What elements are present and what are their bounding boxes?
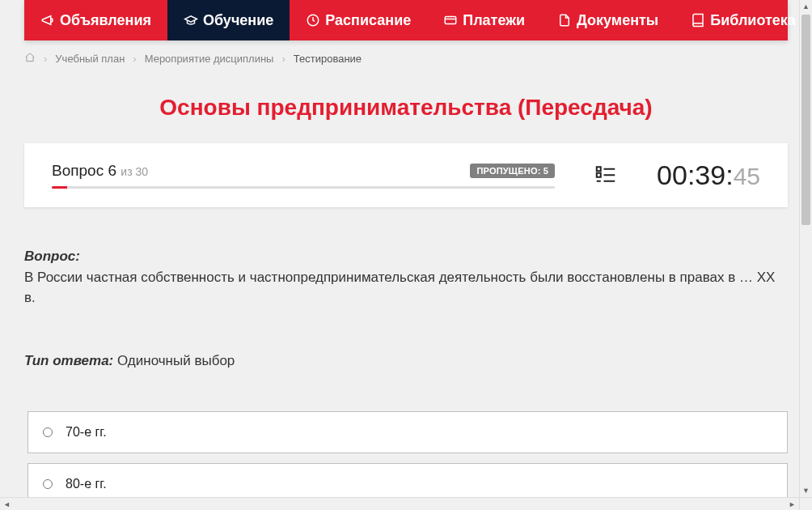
nav-label: Документы [577,12,658,29]
scroll-up-arrow[interactable]: ▲ [800,0,812,13]
scrollbar-corner [799,497,812,510]
progress-bar [52,186,555,189]
answer-type: Тип ответа: Одиночный выбор [24,351,788,372]
horizontal-scrollbar[interactable]: ◄ ► [0,497,799,510]
nav-library[interactable]: Библиотека [675,0,812,40]
breadcrumb-current: Тестирование [294,53,362,65]
breadcrumb-link-plan[interactable]: Учебный план [55,53,125,65]
nav-label: Платежи [463,12,525,29]
graduation-cap-icon [184,13,198,28]
chevron-right-icon: › [133,53,136,65]
nav-payments[interactable]: Платежи [427,0,541,40]
status-card: Вопрос 6 из 30 ПРОПУЩЕНО: 5 00:39:45 [24,143,788,207]
svg-rect-1 [445,17,456,24]
chevron-right-icon: › [44,53,47,65]
svg-rect-3 [597,172,601,176]
scroll-right-arrow[interactable]: ► [789,500,796,508]
question-text: В России частная собственность и частноп… [24,267,788,308]
breadcrumb-link-event[interactable]: Мероприятие дисциплины [145,53,274,65]
svg-rect-2 [597,167,601,171]
page-title: Основы предпринимательства (Пересдача) [0,95,812,121]
question-label: Вопрос: [24,249,80,264]
megaphone-icon [40,13,55,28]
book-icon [691,13,705,28]
scroll-left-arrow[interactable]: ◄ [3,500,11,508]
chevron-right-icon: › [281,53,285,65]
nav-label: Обучение [203,12,273,29]
options-list: 70-е гг. 80-е гг. [27,411,788,497]
nav-documents[interactable]: Документы [541,0,675,40]
top-nav: Объявления Обучение Расписание Платежи Д… [24,0,788,40]
scroll-down-arrow[interactable]: ▼ [800,484,812,497]
card-icon [443,13,458,28]
nav-label: Объявления [60,12,151,29]
nav-announcements[interactable]: Объявления [24,0,167,40]
option-radio[interactable] [43,479,53,489]
breadcrumb: › Учебный план › Мероприятие дисциплины … [0,40,812,75]
option-text: 80-е гг. [66,477,107,491]
option-1[interactable]: 70-е гг. [27,411,788,453]
skipped-badge: ПРОПУЩЕНО: 5 [470,164,555,178]
question-block: Вопрос: [24,246,788,267]
nav-schedule[interactable]: Расписание [290,0,427,40]
nav-label: Библиотека [710,12,796,29]
document-icon [557,13,572,28]
question-list-icon[interactable] [594,162,618,189]
scroll-thumb[interactable] [801,15,810,225]
nav-learning[interactable]: Обучение [167,0,290,40]
option-text: 70-е гг. [66,425,107,440]
nav-label: Расписание [325,12,411,29]
question-counter: Вопрос 6 из 30 [52,162,148,180]
clock-icon [306,13,320,28]
option-radio[interactable] [43,427,53,437]
home-icon[interactable] [24,52,36,66]
timer: 00:39:45 [657,159,760,191]
option-2[interactable]: 80-е гг. [27,463,788,497]
vertical-scrollbar[interactable]: ▲ ▼ [799,0,812,497]
